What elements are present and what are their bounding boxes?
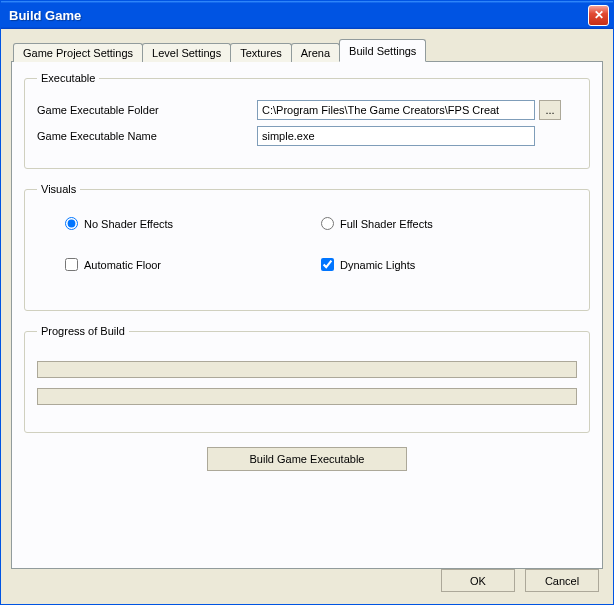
cancel-button[interactable]: Cancel [525, 569, 599, 592]
group-executable-legend: Executable [37, 72, 99, 84]
option-no-shader[interactable]: No Shader Effects [65, 217, 321, 230]
group-visuals-legend: Visuals [37, 183, 80, 195]
label-exe-name: Game Executable Name [37, 130, 257, 142]
label-automatic-floor: Automatic Floor [84, 259, 161, 271]
input-exe-name[interactable] [257, 126, 535, 146]
titlebar[interactable]: Build Game ✕ [1, 1, 613, 29]
group-executable: Executable Game Executable Folder ... Ga… [24, 72, 590, 169]
tab-arena[interactable]: Arena [291, 43, 340, 62]
radio-no-shader[interactable] [65, 217, 78, 230]
tab-panel-build-settings: Executable Game Executable Folder ... Ga… [11, 61, 603, 569]
group-progress-legend: Progress of Build [37, 325, 129, 337]
row-exe-name: Game Executable Name [37, 126, 577, 146]
tab-strip: Game Project Settings Level Settings Tex… [13, 39, 603, 61]
group-progress: Progress of Build [24, 325, 590, 433]
option-full-shader[interactable]: Full Shader Effects [321, 217, 577, 230]
checkbox-dynamic-lights[interactable] [321, 258, 334, 271]
browse-folder-button[interactable]: ... [539, 100, 561, 120]
close-button[interactable]: ✕ [588, 5, 609, 26]
row-exe-folder: Game Executable Folder ... [37, 100, 577, 120]
option-automatic-floor[interactable]: Automatic Floor [65, 258, 321, 271]
progress-bar-2 [37, 388, 577, 405]
tab-level-settings[interactable]: Level Settings [142, 43, 231, 62]
radio-full-shader[interactable] [321, 217, 334, 230]
option-dynamic-lights[interactable]: Dynamic Lights [321, 258, 577, 271]
input-exe-folder[interactable] [257, 100, 535, 120]
progress-bar-1 [37, 361, 577, 378]
ok-button[interactable]: OK [441, 569, 515, 592]
checkbox-automatic-floor[interactable] [65, 258, 78, 271]
visuals-grid: No Shader Effects Full Shader Effects Au… [37, 205, 577, 271]
build-game-executable-button[interactable]: Build Game Executable [207, 447, 407, 471]
build-button-row: Build Game Executable [24, 447, 590, 471]
dialog-window: Build Game ✕ Game Project Settings Level… [0, 0, 614, 605]
label-dynamic-lights: Dynamic Lights [340, 259, 415, 271]
close-icon: ✕ [594, 8, 604, 22]
label-full-shader: Full Shader Effects [340, 218, 433, 230]
tab-textures[interactable]: Textures [230, 43, 292, 62]
dialog-footer: OK Cancel [441, 569, 599, 592]
label-exe-folder: Game Executable Folder [37, 104, 257, 116]
tab-build-settings[interactable]: Build Settings [339, 39, 426, 62]
group-visuals: Visuals No Shader Effects Full Shader Ef… [24, 183, 590, 311]
window-title: Build Game [9, 8, 81, 23]
tab-game-project-settings[interactable]: Game Project Settings [13, 43, 143, 62]
label-no-shader: No Shader Effects [84, 218, 173, 230]
dialog-content: Game Project Settings Level Settings Tex… [1, 29, 613, 604]
